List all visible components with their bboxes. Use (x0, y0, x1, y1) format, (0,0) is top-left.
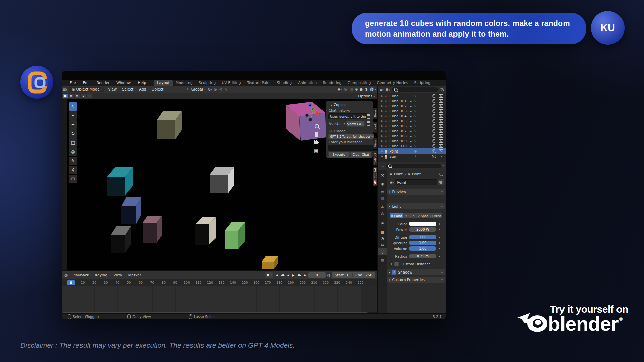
tool-button[interactable]: ↖ (69, 102, 77, 111)
auto-key-button[interactable]: ●▾ (265, 272, 273, 278)
datablock-name-field[interactable]: Point (395, 179, 437, 185)
show-gizmo-icon[interactable]: ◉▾ (338, 87, 342, 91)
cube-blue[interactable] (121, 206, 136, 224)
properties-tab-tool[interactable]: ⚒ (378, 172, 387, 179)
menubar-menu-item[interactable]: Edit (79, 81, 93, 85)
camera-view-icon[interactable] (314, 141, 318, 144)
expand-arrow-icon[interactable]: ▶ (381, 105, 385, 107)
timeline-menu-item[interactable]: Keying (92, 273, 110, 277)
expand-arrow-icon[interactable]: ▶ (381, 130, 385, 132)
workspace-tab[interactable]: Shading (274, 80, 295, 86)
select-mode-extend[interactable]: ▩ (69, 94, 74, 98)
color-color[interactable] (409, 222, 436, 226)
zoom-icon[interactable]: + (315, 124, 319, 128)
tool-button[interactable]: ⌖ (69, 111, 77, 120)
render-camera-icon[interactable] (439, 104, 443, 108)
cube-gold[interactable] (262, 262, 274, 269)
render-camera-icon[interactable] (439, 134, 443, 138)
custom-properties-panel-header[interactable]: ▸Custom Properties ≡ (387, 277, 445, 283)
cube-green[interactable] (225, 231, 238, 249)
visibility-eye-icon[interactable] (432, 104, 436, 108)
render-camera-icon[interactable] (439, 119, 443, 123)
menubar-menu-item[interactable]: Help (134, 81, 149, 85)
properties-tab-view-layer[interactable]: ▥ (378, 194, 387, 202)
render-camera-icon[interactable] (439, 149, 443, 153)
next-keyframe-button[interactable]: ◆▶ (296, 274, 302, 277)
visibility-eye-icon[interactable] (432, 109, 436, 113)
show-overlays-icon[interactable]: ⤨▾ (344, 87, 348, 92)
animate-dot-icon[interactable] (439, 223, 440, 225)
workspace-tab[interactable]: Animation (295, 80, 320, 86)
menubar-menu-item[interactable]: Window (113, 81, 134, 85)
xray-toggle-icon[interactable]: ◫ (350, 87, 353, 91)
expand-arrow-icon[interactable]: ▶ (381, 135, 385, 137)
expand-arrow-icon[interactable]: ▶ (381, 120, 385, 122)
outliner-row[interactable]: ▶ ▽ Cube.009 ↝ ▽ (378, 138, 446, 143)
properties-tab-object-data[interactable] (378, 248, 387, 255)
tool-button[interactable]: ◰ (69, 138, 77, 147)
tool-button[interactable]: ✎ (69, 157, 77, 165)
outliner-row[interactable]: ▶ ▽ Cube.008 ↝ ▽ (378, 133, 446, 138)
outliner-row[interactable]: ▶ Sun ↝ ☼ (378, 154, 446, 159)
gpt-model-dropdown[interactable]: GPT-3.5 Turb...rful, cheaper)▾ (328, 134, 374, 139)
custom-distance-row[interactable]: ▸ Custom Distance (387, 261, 446, 267)
show-code-button[interactable]: Show Co... (346, 121, 365, 127)
render-camera-icon[interactable] (439, 109, 443, 113)
light-type-button[interactable]: ☼ Sun (403, 213, 416, 218)
workspace-tab[interactable]: UV Editing (219, 80, 244, 86)
visibility-eye-icon[interactable] (432, 129, 436, 133)
end-value[interactable]: 250 (365, 273, 372, 277)
visibility-eye-icon[interactable] (432, 94, 436, 98)
clear-chat-button[interactable]: Clear Chat (350, 152, 371, 157)
frame-range-widget[interactable]: Start 1 End 250 (332, 272, 375, 278)
render-camera-icon[interactable] (439, 144, 443, 148)
custom-distance-checkbox[interactable] (394, 262, 399, 266)
cube-cream[interactable] (195, 224, 209, 245)
light-datablock-icon[interactable]: ◉▾ (390, 181, 394, 184)
expand-arrow-icon[interactable]: ▶ (381, 155, 385, 158)
shading-solid-icon[interactable]: ● (360, 87, 363, 91)
viewport-menu-item[interactable]: Select (119, 87, 136, 92)
outliner-search-input[interactable] (392, 87, 438, 92)
render-camera-icon[interactable] (439, 94, 443, 98)
tool-button[interactable]: + (69, 120, 77, 129)
options-dropdown[interactable]: Options ▾ (358, 94, 375, 98)
cube-black[interactable] (111, 235, 125, 253)
viewport-menu-item[interactable]: Object (149, 87, 166, 92)
properties-editor-icon[interactable]: ☰▾ (379, 164, 383, 168)
tool-button[interactable]: ∡ (69, 166, 77, 174)
snap-target-icon[interactable]: ⊙▾ (208, 87, 212, 91)
orientation-widget[interactable]: ∟ Global ▾ (186, 87, 207, 92)
timeline-editor-icon[interactable]: ◷▾ (64, 273, 68, 277)
jump-to-start-button[interactable]: |◀ (274, 274, 279, 277)
outliner-row[interactable]: ▶ ▽ Cube ↝ ▽ (378, 93, 446, 98)
shadow-checkbox[interactable]: ✓ (392, 270, 396, 275)
expand-arrow-icon[interactable]: ▶ (381, 110, 385, 112)
tool-button[interactable]: ◎ (69, 147, 77, 156)
select-mode-intersect[interactable]: ▫ (87, 94, 92, 98)
light-type-button[interactable]: ◉ Point (390, 213, 403, 218)
workspace-tab[interactable]: Geometry Nodes (374, 80, 411, 86)
expand-arrow-icon[interactable]: ▶ (381, 95, 385, 97)
cube-olive[interactable] (157, 120, 175, 139)
properties-tab-constraints[interactable]: ◔ (378, 235, 387, 242)
play-reverse-button[interactable]: ◀ (286, 274, 290, 277)
animate-dot-icon[interactable] (439, 237, 440, 238)
snap-magnet-icon[interactable]: ∩▾ (214, 87, 217, 91)
light-panel-header[interactable]: ▾Light ≡ (387, 203, 445, 209)
animate-dot-icon[interactable] (439, 256, 440, 257)
delete-message-icon[interactable] (367, 122, 370, 126)
falloff-icon[interactable]: ∿ (224, 87, 227, 91)
timeline-ruler[interactable]: 0102030405060708090100110120130140150160… (62, 279, 378, 287)
menubar-menu-item[interactable]: Render (93, 81, 113, 85)
outliner-row[interactable]: ▶ ▽ Cube.004 ↝ ▽ (378, 113, 446, 118)
pin-icon[interactable] (439, 173, 442, 176)
viewport-menu-item[interactable]: Add (136, 87, 149, 92)
expand-arrow-icon[interactable]: ▶ (381, 150, 385, 153)
visibility-eye-icon[interactable] (432, 139, 436, 143)
outliner-row[interactable]: ▶ ▽ Cube.010 ↝ ▽ (378, 143, 446, 148)
timeline-menu-item[interactable]: Marker (125, 273, 144, 277)
outliner-row[interactable]: ▶ ▽ Cube.005 ↝ ▽ (378, 118, 446, 123)
play-button[interactable]: ▶ (291, 273, 296, 277)
visibility-eye-icon[interactable] (432, 144, 436, 148)
